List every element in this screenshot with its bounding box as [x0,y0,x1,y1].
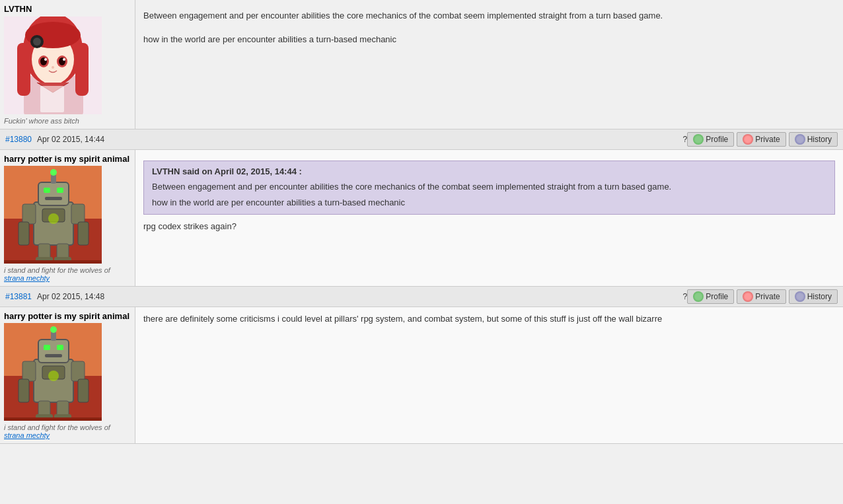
svg-point-57 [48,371,59,381]
tagline-link-13880[interactable]: strana mechty [4,274,50,282]
action-buttons-13880: Profile Private History [687,132,838,147]
quote-line1-13880: Between engagement and per encounter abi… [152,180,826,194]
tagline-first: Fuckin' whore ass bitch [4,117,131,125]
profile-label-13880: Profile [706,135,728,144]
svg-point-47 [50,326,57,333]
svg-rect-52 [78,379,89,402]
svg-rect-4 [17,43,30,96]
svg-rect-50 [71,361,85,381]
action-buttons-13881: Profile Private History [687,289,838,304]
tagline-13880: i stand and fight for the wolves of stra… [4,266,131,282]
avatar-13881 [4,323,102,421]
history-icon-13880 [795,134,805,145]
post-line-1: Between engagement and per encounter abi… [143,9,835,23]
username-lvthn: LVTHN [4,4,131,14]
svg-rect-29 [71,204,85,224]
svg-rect-44 [57,345,63,350]
profile-button-13881[interactable]: Profile [687,289,734,304]
private-button-13881[interactable]: Private [737,289,786,304]
svg-rect-43 [44,345,50,350]
profile-button-13880[interactable]: Profile [687,132,734,147]
svg-rect-31 [78,222,89,245]
quote-box-13880: LVTHN said on April 02, 2015, 14:44 : Be… [143,161,835,215]
svg-rect-24 [45,197,62,200]
private-button-13880[interactable]: Private [737,132,786,147]
svg-rect-22 [44,188,50,193]
svg-rect-37 [4,260,102,264]
post-number-link-13881[interactable]: #13881 [5,292,32,301]
tagline-line1-13880: i stand and fight for the wolves of [4,266,110,274]
svg-rect-51 [18,379,29,402]
avatar-first [4,17,102,114]
post-meta-13881: #13881 Apr 02 2015, 14:48 ? Profile Priv… [0,287,843,307]
post-date-13880: Apr 02 2015, 14:44 [37,135,680,144]
post-sidebar-first: LVTHN [0,0,135,129]
svg-rect-16 [40,86,64,112]
post-sidebar-13880: harry potter is my spirit animal [0,150,135,286]
post-content-13880: LVTHN said on April 02, 2015, 14:44 : Be… [135,150,843,286]
svg-rect-42 [38,340,69,363]
post-number-13881: #13881 [5,292,32,301]
svg-rect-23 [57,188,63,193]
quote-body-13880: Between engagement and per encounter abi… [152,180,826,209]
post-line-2: how in the world are per encounter abili… [143,33,835,47]
svg-rect-49 [22,361,36,381]
svg-point-36 [48,213,59,224]
post-13880: harry potter is my spirit animal [0,150,843,287]
private-icon-13881 [743,291,753,302]
post-content-first: Between engagement and per encounter abi… [135,0,843,129]
tagline-13881: i stand and fight for the wolves of stra… [4,423,131,439]
post-body-13880: rpg codex strikes again? [143,220,835,234]
avatar-13880 [4,166,102,264]
history-label-13881: History [807,292,832,301]
history-label-13880: History [807,135,832,144]
profile-label-13881: Profile [706,292,728,301]
private-label-13880: Private [755,135,780,144]
post-sidebar-13881: harry potter is my spirit animal [0,307,135,443]
svg-point-8 [33,38,41,46]
svg-point-13 [44,58,47,61]
tagline-line1-13881: i stand and fight for the wolves of [4,423,110,431]
private-icon-13880 [743,134,753,145]
post-number-13880: #13880 [5,135,32,144]
quote-header-13880: LVTHN said on April 02, 2015, 14:44 : [152,166,826,176]
svg-rect-28 [22,204,36,224]
post-first: LVTHN [0,0,843,129]
history-button-13880[interactable]: History [789,132,838,147]
post-date-13881: Apr 02 2015, 14:48 [37,292,680,301]
post-body-first: Between engagement and per encounter abi… [143,5,835,51]
svg-point-14 [63,58,65,61]
quote-line2-13880: how in the world are per encounter abili… [152,196,826,209]
tagline-link-13881[interactable]: strana mechty [4,431,50,439]
post-number-link-13880[interactable]: #13880 [5,135,32,144]
username-13880: harry potter is my spirit animal [4,154,131,164]
profile-icon-13880 [693,134,704,145]
svg-rect-21 [38,182,69,205]
post-13881: harry potter is my spirit animal [0,307,843,444]
svg-rect-5 [75,43,89,96]
svg-rect-58 [4,417,102,421]
post-content-13881: there are definitely some criticisms i c… [135,307,843,443]
svg-rect-30 [18,222,29,245]
private-label-13881: Private [755,292,780,301]
post-qmark-13880: ? [683,135,688,144]
post-meta-13880: #13880 Apr 02 2015, 14:44 ? Profile Priv… [0,129,843,150]
svg-point-26 [50,169,57,176]
history-button-13881[interactable]: History [789,289,838,304]
history-icon-13881 [795,291,805,302]
svg-point-15 [52,66,54,69]
post-body-13881: there are definitely some criticisms i c… [143,312,835,326]
profile-icon-13881 [693,291,704,302]
post-qmark-13881: ? [683,292,688,301]
username-13881: harry potter is my spirit animal [4,311,131,321]
svg-rect-45 [45,354,62,357]
